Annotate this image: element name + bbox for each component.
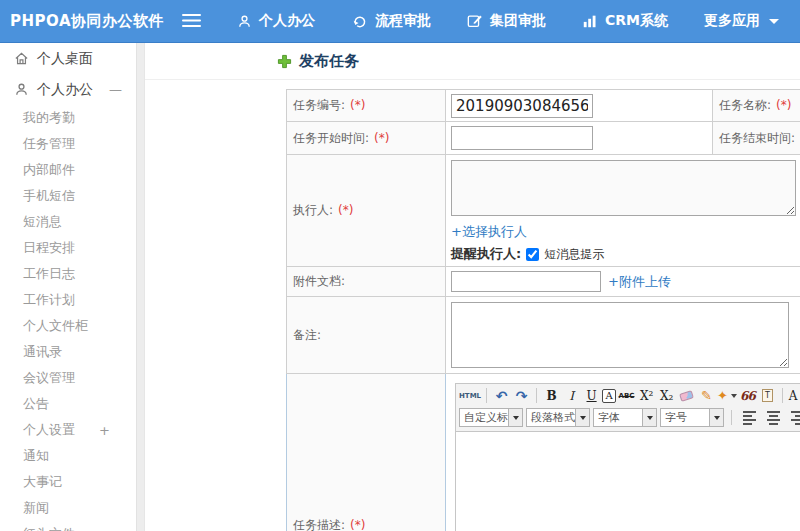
align-left-icon[interactable] — [743, 411, 756, 425]
sms-option-label: 短消息提示 — [544, 246, 604, 263]
caret-down-icon — [731, 394, 737, 398]
sidebar-item-personal-file-cabinet[interactable]: 个人文件柜 — [0, 313, 136, 339]
eraser-icon — [679, 390, 694, 402]
strikethrough-button[interactable]: ABC — [617, 386, 636, 405]
sidebar-item-work-log[interactable]: 工作日志 — [0, 261, 136, 287]
sidebar-item-personal-desktop[interactable]: 个人桌面 — [0, 43, 136, 74]
edit-square-icon — [467, 13, 483, 29]
sidebar-toggle-button[interactable] — [178, 8, 205, 35]
sidebar-item-label: 个人文件柜 — [23, 317, 88, 335]
main-content: 发布任务 任务编号:(*) 任务名称:(*) — [144, 43, 800, 531]
bold-button[interactable]: B — [542, 386, 561, 405]
nav-item-personal-office[interactable]: 个人办公 — [237, 12, 315, 30]
superscript-button[interactable]: X² — [637, 386, 656, 405]
task-no-input[interactable] — [451, 94, 593, 118]
sidebar-item-label: 大事记 — [23, 473, 62, 491]
required-mark: (*) — [350, 518, 365, 531]
sidebar-item-task-management[interactable]: 任务管理 — [0, 131, 136, 157]
process-icon — [351, 13, 368, 30]
sidebar-item-notice[interactable]: 通知 — [0, 443, 136, 469]
attachment-input[interactable] — [451, 271, 601, 292]
align-right-icon[interactable] — [791, 411, 800, 425]
nav-item-more-apps[interactable]: 更多应用 — [704, 12, 779, 30]
format-brush-button[interactable]: ✎ — [697, 386, 716, 405]
sidebar-item-news[interactable]: 新闻 — [0, 495, 136, 521]
blockquote-button[interactable]: 66 — [738, 386, 757, 405]
remark-textarea[interactable] — [451, 302, 789, 368]
choose-executor-link[interactable]: +选择执行人 — [451, 224, 527, 239]
end-time-label: 任务结束时间: — [719, 131, 795, 145]
page-title-row: 发布任务 — [277, 43, 800, 79]
paragraph-format-select[interactable]: 段落格式 — [526, 408, 590, 427]
sidebar-item-label: 个人办公 — [37, 81, 93, 99]
underline-button[interactable]: U — [582, 386, 601, 405]
sidebar-item-label: 公告 — [23, 395, 49, 413]
attachment-upload-link[interactable]: +附件上传 — [608, 273, 671, 291]
title-band: 发布任务 — [145, 43, 800, 80]
app-logo: PHPOA协同办公软件 — [0, 12, 178, 31]
expand-plus-icon[interactable]: + — [99, 423, 110, 438]
sidebar-item-announcement[interactable]: 公告 — [0, 391, 136, 417]
editor-content-area[interactable] — [456, 431, 800, 531]
form-row-remark: 备注: — [287, 297, 800, 374]
custom-title-select[interactable]: 自定义标题 — [459, 408, 523, 427]
sidebar-item-memorabilia[interactable]: 大事记 — [0, 469, 136, 495]
sidebar-item-label: 红头文件 — [23, 525, 75, 531]
hamburger-icon — [182, 12, 201, 31]
html-source-button[interactable]: HTML — [459, 386, 481, 405]
sms-remind-checkbox[interactable] — [526, 248, 539, 261]
font-color-button[interactable]: A — [788, 386, 800, 405]
sidebar-item-label: 通知 — [23, 447, 49, 465]
sidebar-item-meeting-management[interactable]: 会议管理 — [0, 365, 136, 391]
sidebar-item-label: 我的考勤 — [23, 109, 75, 127]
sidebar-item-red-header-doc[interactable]: 红头文件 — [0, 521, 136, 531]
sidebar-item-schedule[interactable]: 日程安排 — [0, 235, 136, 261]
remove-format-button[interactable] — [677, 386, 696, 405]
font-size-select[interactable]: 字号 — [660, 408, 724, 427]
add-plus-icon — [277, 54, 292, 69]
nav-item-label: CRM系统 — [605, 12, 668, 30]
align-center-icon[interactable] — [767, 411, 780, 425]
select-label: 段落格式 — [527, 410, 575, 425]
caret-down-icon — [709, 409, 723, 426]
toolbar-separator — [731, 410, 732, 425]
sidebar-item-internal-mail[interactable]: 内部邮件 — [0, 157, 136, 183]
remind-executor-label: 提醒执行人: — [451, 245, 521, 263]
editor-toolbar-row2: 自定义标题段落格式字体字号 — [456, 407, 800, 431]
sidebar-item-short-message[interactable]: 短消息 — [0, 209, 136, 235]
paste-plain-button[interactable]: T — [758, 386, 777, 405]
sidebar-item-label: 日程安排 — [23, 239, 75, 257]
sidebar-item-contacts[interactable]: 通讯录 — [0, 339, 136, 365]
sidebar-item-label: 工作计划 — [23, 291, 75, 309]
select-label: 字号 — [661, 410, 709, 425]
collapse-minus-icon[interactable]: — — [109, 82, 122, 97]
form-row-attachment: 附件文档: +附件上传 — [287, 267, 800, 297]
undo-button[interactable]: ↶ — [492, 386, 511, 405]
toolbar-separator — [536, 388, 537, 403]
phpoa-app: PHPOA协同办公软件 个人办公流程审批集团审批CRM系统更多应用 个人桌面个人… — [0, 0, 800, 531]
sidebar-item-work-plan[interactable]: 工作计划 — [0, 287, 136, 313]
subscript-button[interactable]: X₂ — [657, 386, 676, 405]
sidebar-item-mobile-sms[interactable]: 手机短信 — [0, 183, 136, 209]
insert-menu-button[interactable]: ✦ — [717, 386, 737, 405]
required-mark: (*) — [350, 98, 365, 112]
rich-text-editor: HTML↶↷BIUAABCX²X₂✎✦66TA 自定义标题段落格式字体字号 — [455, 383, 800, 531]
sidebar-item-my-attendance[interactable]: 我的考勤 — [0, 105, 136, 131]
editor-toolbar-row1: HTML↶↷BIUAABCX²X₂✎✦66TA — [456, 384, 800, 407]
caret-down-icon — [642, 409, 656, 426]
form-row-task-no: 任务编号:(*) 任务名称:(*) — [287, 90, 800, 122]
nav-item-crm-system[interactable]: CRM系统 — [582, 12, 668, 30]
task-no-label: 任务编号: — [293, 98, 345, 112]
form-row-executor: 执行人:(*) +选择执行人 提醒执行人: 短消息提示 — [287, 155, 800, 267]
italic-button[interactable]: I — [562, 386, 581, 405]
start-time-input[interactable] — [451, 126, 593, 150]
redo-button[interactable]: ↷ — [512, 386, 531, 405]
font-family-select[interactable]: 字体 — [593, 408, 657, 427]
executor-textarea[interactable] — [451, 160, 796, 216]
nav-item-workflow-approval[interactable]: 流程审批 — [351, 12, 431, 30]
font-box-button[interactable]: A — [602, 389, 616, 403]
sidebar-item-personal-office[interactable]: 个人办公— — [0, 74, 136, 105]
sidebar-item-personal-settings[interactable]: 个人设置+ — [0, 417, 136, 443]
nav-item-group-approval[interactable]: 集团审批 — [467, 12, 546, 30]
form-row-time: 任务开始时间:(*) 任务结束时间:(*) — [287, 122, 800, 155]
